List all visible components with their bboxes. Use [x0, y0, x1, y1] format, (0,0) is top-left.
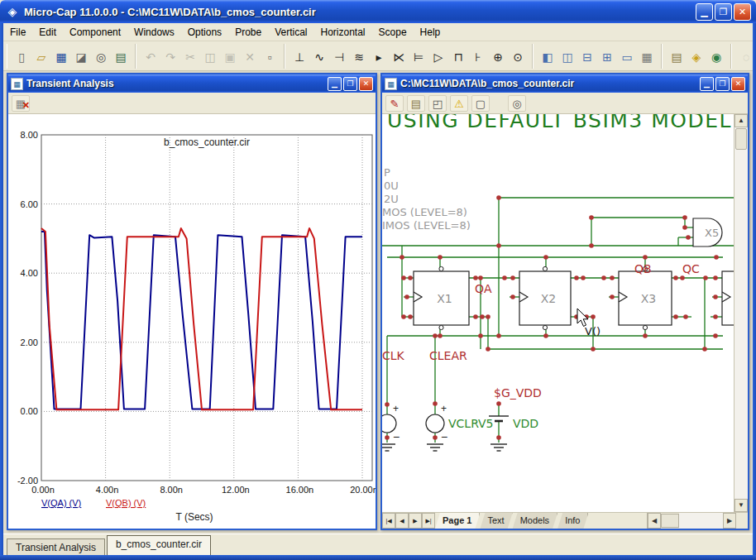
junction-dot	[496, 195, 501, 200]
junction-dot	[543, 333, 548, 338]
legend-vqb[interactable]: V(QB) (V)	[106, 498, 146, 508]
minus-sign: −	[441, 430, 447, 443]
menu-scope[interactable]: Scope	[372, 25, 414, 40]
junction-dot	[673, 314, 678, 319]
pin-top	[439, 266, 443, 270]
print-icon[interactable]: ▤	[111, 46, 131, 66]
inductor-icon[interactable]: ≋	[349, 46, 369, 66]
transient-analysis-window: ▦ Transient Analysis ▁ ❐ ✕ ▦✕ 8.006.004.…	[7, 73, 377, 530]
tie-connector-icon[interactable]: ⊦	[468, 46, 488, 66]
page-nav-last-icon[interactable]: ▶|	[422, 513, 435, 529]
page-nav-next-icon[interactable]: ▶	[409, 513, 422, 529]
undo-icon: ↶	[141, 46, 160, 66]
junction-dot	[643, 255, 648, 260]
bjt-transistor-icon[interactable]: ⋉	[389, 46, 409, 66]
flipflop-x1[interactable]: X1	[414, 266, 469, 329]
calculator-icon[interactable]: ▦	[637, 46, 657, 66]
menu-file[interactable]: File	[3, 25, 32, 40]
schematic-maximize-button[interactable]: ❐	[715, 77, 730, 91]
web-update-icon[interactable]: ◉	[706, 46, 726, 66]
shape-editor-icon[interactable]: ◈	[687, 46, 706, 66]
minimize-button[interactable]: ▁	[696, 3, 713, 21]
schematic-hscrollbar[interactable]: ◀▶	[647, 513, 736, 529]
schematic-tab-page-1[interactable]: Page 1	[435, 513, 480, 529]
maximize-button[interactable]: ❐	[715, 3, 732, 21]
scroll-left-icon[interactable]: ◀	[648, 513, 661, 529]
junction-dot	[400, 255, 404, 260]
junction-dot	[496, 435, 501, 440]
menu-component[interactable]: Component	[63, 25, 127, 40]
zoom-100-icon[interactable]: ◎	[508, 95, 526, 112]
sine-source-icon[interactable]: ∿	[309, 46, 329, 66]
toolbar-group-edit: ↶↷✂◫▣✕▫	[136, 44, 285, 69]
transient-titlebar[interactable]: ▦ Transient Analysis ▁ ❐ ✕	[8, 74, 376, 93]
schematic-tab-info[interactable]: Info	[557, 513, 588, 529]
vscroll-thumb[interactable]	[735, 128, 747, 150]
doc-tab-transient-analysis[interactable]: Transient Analysis	[7, 538, 105, 555]
hscroll-thumb[interactable]	[661, 514, 679, 528]
junction-dot	[496, 243, 501, 248]
flipflop-x4[interactable]: X4	[722, 266, 734, 329]
text-mode-icon[interactable]: ▢	[471, 95, 490, 112]
page-nav-prev-icon[interactable]: ◀	[395, 513, 409, 529]
schematic-tab-text[interactable]: Text	[480, 513, 512, 529]
gate-x5[interactable]: X5	[693, 218, 722, 246]
open-file-icon[interactable]: ▱	[31, 46, 51, 66]
transient-minimize-button[interactable]: ▁	[328, 77, 342, 91]
menu-probe[interactable]: Probe	[228, 25, 268, 40]
schematic-minimize-button[interactable]: ▁	[700, 77, 714, 91]
save-file-icon[interactable]: ▦	[51, 46, 71, 66]
pin-bottom	[643, 325, 647, 329]
voltage-source-icon[interactable]: ⊕	[488, 46, 508, 66]
diode-icon[interactable]: ▸	[369, 46, 389, 66]
menu-horizontal[interactable]: Horizontal	[314, 25, 372, 40]
revert-file-icon[interactable]: ◪	[71, 46, 91, 66]
single-window-icon[interactable]: ▭	[617, 46, 637, 66]
pulse-source-icon[interactable]: ⊓	[448, 46, 468, 66]
schematic-tab-models[interactable]: Models	[513, 513, 557, 529]
opamp-icon[interactable]: ▷	[428, 46, 448, 66]
page-nav-first-icon[interactable]: |◀	[382, 513, 395, 529]
menu-vertical[interactable]: Vertical	[268, 25, 313, 40]
schematic-close-button[interactable]: ✕	[731, 77, 745, 91]
info-mode-icon[interactable]: ▤	[407, 95, 425, 112]
transient-close-button[interactable]: ✕	[359, 77, 373, 91]
file-link-mode-icon[interactable]: ◰	[428, 95, 447, 112]
tile-vertical-icon[interactable]: ◫	[557, 46, 577, 66]
schematic-canvas[interactable]: X1X2X3X4X5+−+−USING DEFAULT BSIM3 MODELP…	[382, 114, 734, 512]
scroll-right-icon[interactable]: ▶	[723, 513, 736, 529]
junction-dot	[682, 225, 687, 230]
junction-dot	[510, 275, 515, 280]
flipflop-x3[interactable]: X3	[619, 266, 672, 329]
menu-options[interactable]: Options	[181, 25, 228, 40]
close-button[interactable]: ✕	[734, 3, 751, 21]
junction-dot	[401, 275, 406, 280]
schematic-titlebar[interactable]: ▦ C:\MC11W\DATA\b_cmos_counter.cir ▁ ❐ ✕	[382, 74, 748, 93]
schematic-text: $G_VDD	[494, 386, 542, 400]
tile-horizontal-icon[interactable]: ⊟	[577, 46, 597, 66]
flag-mode-icon[interactable]: ⚠	[450, 95, 468, 112]
wire-mode-icon[interactable]: ✎	[385, 95, 404, 112]
nmos-transistor-icon[interactable]: ⊨	[409, 46, 428, 66]
select-region-icon[interactable]: ▫	[260, 46, 280, 66]
scroll-down-icon[interactable]: ▼	[734, 499, 748, 512]
notebook-icon[interactable]: ▤	[667, 46, 687, 66]
new-file-icon[interactable]: ▯	[12, 46, 31, 66]
scroll-up-icon[interactable]: ▲	[734, 114, 748, 127]
junction-dot	[486, 347, 490, 352]
print-preview-icon[interactable]: ◎	[91, 46, 111, 66]
ground-icon[interactable]: ⊥	[289, 46, 309, 66]
cascade-windows-icon[interactable]: ◧	[538, 46, 557, 66]
menu-help[interactable]: Help	[414, 25, 447, 40]
split-window-icon[interactable]: ⊞	[597, 46, 617, 66]
menu-windows[interactable]: Windows	[127, 25, 181, 40]
flipflop-x2[interactable]: X2	[519, 266, 571, 329]
capacitor-icon[interactable]: ⊣	[329, 46, 349, 66]
menu-edit[interactable]: Edit	[32, 25, 63, 40]
legend-vqa[interactable]: V(QA) (V)	[41, 498, 81, 508]
doc-tab-b-cmos-counter-cir[interactable]: b_cmos_counter.cir	[107, 535, 211, 555]
schematic-vscrollbar[interactable]: ▲ ▼	[734, 114, 748, 512]
transient-maximize-button[interactable]: ❐	[343, 77, 357, 91]
delete-all-objects-icon[interactable]: ▦✕	[12, 95, 30, 112]
current-source-icon[interactable]: ⊙	[508, 46, 528, 66]
